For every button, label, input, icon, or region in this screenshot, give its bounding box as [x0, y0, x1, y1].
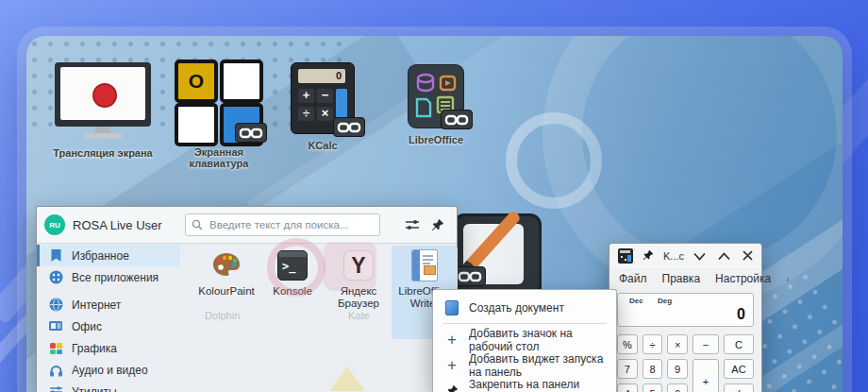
- sidebar-item-label: Офис: [72, 320, 102, 333]
- pin-icon[interactable]: [431, 218, 444, 231]
- search-input[interactable]: [208, 218, 374, 231]
- ghost-label: Dolphin: [205, 310, 240, 321]
- key-open-paren[interactable]: (: [724, 383, 754, 392]
- kcalc-keypad: % ÷ × − C 7 8 9 + AC 4 5 6 (: [617, 334, 754, 392]
- menu-item-label: Добавить виджет запуска на панель: [469, 352, 605, 379]
- konsole-icon: >_: [275, 248, 309, 282]
- desktop-icon-keyboard[interactable]: O Экранная клавиатура: [166, 60, 272, 169]
- libreoffice-icon: [408, 64, 464, 128]
- sidebar-item-graphics[interactable]: Графика: [37, 337, 180, 359]
- menu-settings[interactable]: Настройка: [715, 272, 771, 285]
- headphones-icon: [48, 363, 63, 378]
- key-6[interactable]: 6: [667, 383, 688, 392]
- key-minus[interactable]: −: [693, 334, 719, 354]
- tablet-screen: [463, 224, 524, 284]
- search-icon: [192, 219, 203, 230]
- kcalc-window: K...c Файл Правка Настройка › Dec: [609, 243, 762, 392]
- key-8[interactable]: 8: [643, 359, 663, 379]
- kolourpaint-icon: [209, 248, 243, 282]
- menu-item-label: Создать документ: [469, 301, 564, 315]
- sidebar-item-label: Все приложения: [72, 271, 159, 284]
- close-icon[interactable]: [743, 247, 753, 264]
- menu-edit[interactable]: Правка: [662, 272, 701, 285]
- desktop-icon-label: Экранная клавиатура: [166, 146, 272, 169]
- key-5[interactable]: 5: [643, 383, 663, 392]
- wallpaper-ring-small: [506, 112, 602, 209]
- menu-item-label: Закрепить на панели задач: [469, 378, 605, 392]
- configure-icon[interactable]: [405, 218, 420, 231]
- ghost-label: Kate: [348, 310, 370, 321]
- favorites-grid: Dolphin Kate KolourPaint: [180, 244, 458, 392]
- keyboard-icon: O: [175, 60, 263, 141]
- sidebar-item-label: Аудио и видео: [72, 364, 148, 377]
- menu-overflow-chevron[interactable]: ›: [786, 273, 790, 284]
- desktop-icon-label: LibreOffice: [389, 134, 483, 145]
- sidebar-item-all-apps[interactable]: Все приложения: [37, 266, 180, 288]
- plus-icon: +: [444, 332, 459, 348]
- pencil-icon: [459, 210, 522, 279]
- launcher-body: Избранное Все приложения Интернет: [37, 244, 457, 392]
- kcalc-menubar: Файл Правка Настройка ›: [609, 268, 761, 289]
- screenshot-frame: Трансляция экрана O Экранная клавиатура …: [0, 0, 868, 392]
- minimize-icon[interactable]: [693, 247, 706, 264]
- kcalc-titlebar[interactable]: K...c: [609, 244, 761, 268]
- sidebar-item-internet[interactable]: Интернет: [37, 294, 180, 315]
- maximize-icon[interactable]: [718, 247, 730, 264]
- desktop-icon-kcalc[interactable]: 0 + − ÷ × KCalc: [274, 62, 372, 151]
- sidebar-item-label: Интернет: [72, 298, 121, 312]
- shortcut-link-emblem: [235, 123, 267, 143]
- sidebar-item-office[interactable]: Офис: [37, 315, 180, 337]
- office-icon: [48, 319, 63, 334]
- shortcut-link-emblem: [333, 117, 365, 137]
- key-7[interactable]: 7: [617, 359, 638, 379]
- bookmark-icon: [48, 248, 63, 264]
- sidebar-item-label: Утилиты: [72, 385, 117, 392]
- calculator-icon: 0 + − ÷ ×: [291, 62, 355, 134]
- menu-item-add-desktop-icon[interactable]: + Добавить значок на рабочий стол: [433, 327, 616, 352]
- graphics-icon: [48, 341, 63, 356]
- key-4[interactable]: 4: [617, 383, 638, 392]
- shortcut-link-emblem: [454, 266, 486, 286]
- avatar[interactable]: RU: [44, 214, 65, 235]
- menu-item-pin-to-taskbar[interactable]: Закрепить на панели задач: [433, 378, 616, 392]
- app-tile-kolourpaint[interactable]: KolourPaint: [193, 246, 259, 298]
- app-tile-label: KolourPaint: [198, 285, 254, 298]
- key-percent[interactable]: %: [617, 334, 638, 354]
- key-clear[interactable]: C: [724, 334, 754, 354]
- menu-item-create-document[interactable]: Создать документ: [433, 295, 616, 320]
- display-angle-unit: Deg: [658, 297, 672, 305]
- key-all-clear[interactable]: AC: [724, 359, 754, 379]
- display-mode: Dec: [629, 297, 643, 305]
- desktop-icon-screencast[interactable]: Трансляция экрана: [43, 62, 162, 159]
- key-divide[interactable]: ÷: [643, 334, 663, 354]
- menu-item-label: Добавить значок на рабочий стол: [469, 327, 605, 353]
- globe-icon: [48, 298, 63, 313]
- wallpaper-ghost-shape: [329, 366, 365, 391]
- monitor-icon: [55, 62, 151, 142]
- key-9[interactable]: 9: [667, 359, 688, 379]
- desktop-icon-label: KCalc: [274, 140, 372, 151]
- menu-file[interactable]: Файл: [619, 272, 647, 285]
- sidebar-item-label: Избранное: [72, 249, 129, 263]
- sidebar-item-label: Графика: [72, 342, 117, 355]
- pin-icon: [444, 384, 459, 392]
- menu-item-add-panel-launcher[interactable]: + Добавить виджет запуска на панель: [433, 352, 616, 378]
- context-menu: Создать документ + Добавить значок на ра…: [432, 289, 617, 392]
- sidebar-item-favorites[interactable]: Избранное: [37, 245, 180, 266]
- desktop-icon-label: Трансляция экрана: [43, 147, 162, 159]
- sidebar-item-audio-video[interactable]: Аудио и видео: [37, 359, 180, 381]
- app-launcher-window: RU ROSA Live User Избранн: [36, 206, 458, 392]
- desktop-icon-libreoffice[interactable]: LibreOffice: [389, 64, 483, 145]
- pin-icon[interactable]: [643, 247, 654, 264]
- kcalc-app-icon: [618, 248, 633, 264]
- key-plus[interactable]: +: [693, 359, 719, 392]
- menu-separator: [442, 323, 607, 324]
- wallpaper-ghost-shape: [324, 242, 376, 291]
- search-box[interactable]: [185, 213, 380, 236]
- key-multiply[interactable]: ×: [667, 334, 688, 354]
- sidebar-item-utilities[interactable]: Утилиты: [37, 381, 180, 392]
- launcher-header: RU ROSA Live User: [37, 207, 457, 244]
- sliders-icon: [48, 384, 63, 392]
- apps-grid-icon: [48, 270, 63, 285]
- document-icon: [444, 300, 459, 315]
